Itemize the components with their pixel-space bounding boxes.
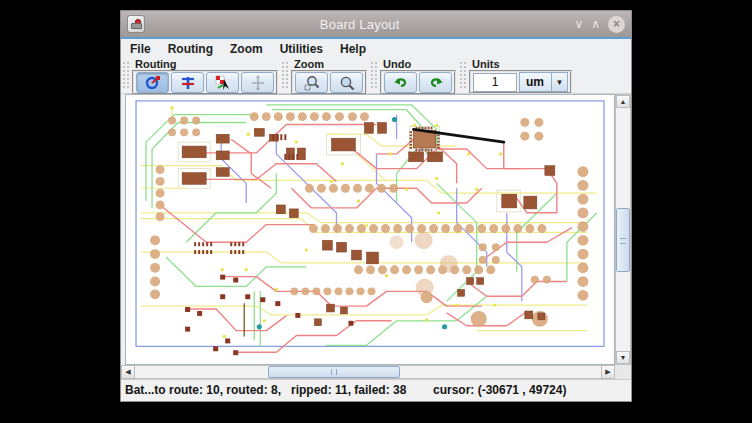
- scrollbar-corner: [615, 365, 631, 379]
- toolbar-grip[interactable]: [370, 61, 379, 89]
- zoom-region-button[interactable]: [295, 72, 328, 93]
- menu-routing[interactable]: Routing: [168, 42, 213, 56]
- undo-icon: [393, 75, 409, 91]
- autoroute-icon: [145, 75, 161, 91]
- move-item-button[interactable]: [241, 72, 274, 93]
- routing-toolbar-group: Routing: [132, 59, 278, 91]
- menu-help[interactable]: Help: [340, 42, 366, 56]
- redo-icon: [428, 75, 444, 91]
- horizontal-scroll-track[interactable]: [135, 365, 601, 379]
- menu-bar: File Routing Zoom Utilities Help: [121, 39, 631, 58]
- zoom-region-icon: [304, 75, 320, 91]
- zoom-group-label: Zoom: [291, 59, 367, 70]
- title-bar[interactable]: Board Layout ∨ ∧ ×: [121, 11, 631, 37]
- status-ripped-failed: ripped: 11, failed: 38: [291, 383, 406, 397]
- units-dropdown[interactable]: um ▼: [519, 72, 568, 92]
- zoom-toolbar-group: Zoom: [291, 59, 367, 91]
- status-batch-route: Bat...to route: 10, routed: 8,: [125, 383, 281, 397]
- vertical-scroll-thumb[interactable]: [616, 208, 630, 272]
- undo-toolbar-group: Undo: [380, 59, 456, 91]
- scroll-right-button[interactable]: ▶: [601, 365, 615, 379]
- minimize-button[interactable]: ∨: [574, 18, 583, 30]
- interactive-route-button[interactable]: [171, 72, 204, 93]
- toolbar: Routing: [121, 58, 631, 94]
- close-button[interactable]: ×: [608, 16, 625, 33]
- redo-button[interactable]: [419, 72, 452, 93]
- undo-group-label: Undo: [380, 59, 456, 70]
- interactive-route-icon: [180, 75, 196, 91]
- route-to-target-icon: [215, 75, 231, 91]
- vertical-scrollbar[interactable]: ▲ ▼: [615, 94, 631, 365]
- menu-utilities[interactable]: Utilities: [280, 42, 323, 56]
- scroll-up-button[interactable]: ▲: [616, 95, 630, 108]
- app-icon[interactable]: [127, 15, 145, 33]
- autoroute-button[interactable]: [136, 72, 169, 93]
- status-cursor-position: cursor: (-30671 , 49724): [433, 383, 566, 397]
- units-group-label: Units: [469, 59, 572, 70]
- toolbar-grip[interactable]: [459, 61, 468, 89]
- toolbar-grip[interactable]: [122, 61, 131, 89]
- pcb-canvas[interactable]: [125, 94, 615, 365]
- route-to-target-button[interactable]: [206, 72, 239, 93]
- status-bar: Bat...to route: 10, routed: 8, ripped: 1…: [121, 379, 631, 401]
- maximize-button[interactable]: ∧: [591, 18, 600, 30]
- menu-file[interactable]: File: [130, 42, 151, 56]
- move-item-icon: [250, 75, 266, 91]
- dropdown-arrow-icon[interactable]: ▼: [551, 73, 567, 91]
- undo-button[interactable]: [384, 72, 417, 93]
- units-dropdown-value: um: [520, 75, 551, 89]
- window-title: Board Layout: [145, 17, 574, 32]
- scroll-down-button[interactable]: ▼: [616, 351, 630, 364]
- zoom-out-button[interactable]: [330, 72, 363, 93]
- board-layout-window: Board Layout ∨ ∧ × File Routing Zoom Uti…: [120, 10, 632, 402]
- scroll-left-button[interactable]: ◀: [121, 365, 135, 379]
- units-scale-input[interactable]: 1: [473, 73, 517, 92]
- menu-zoom[interactable]: Zoom: [230, 42, 263, 56]
- app-icon-base: [131, 23, 142, 29]
- horizontal-scroll-thumb[interactable]: [268, 366, 400, 378]
- vertical-scroll-track[interactable]: [616, 108, 630, 351]
- zoom-out-icon: [339, 75, 355, 91]
- horizontal-scrollbar[interactable]: ◀ ▶: [121, 365, 631, 379]
- pcb-drawing: [126, 95, 614, 364]
- units-toolbar-group: Units 1 um ▼: [469, 59, 572, 91]
- routing-group-label: Routing: [132, 59, 278, 70]
- toolbar-grip[interactable]: [281, 61, 290, 89]
